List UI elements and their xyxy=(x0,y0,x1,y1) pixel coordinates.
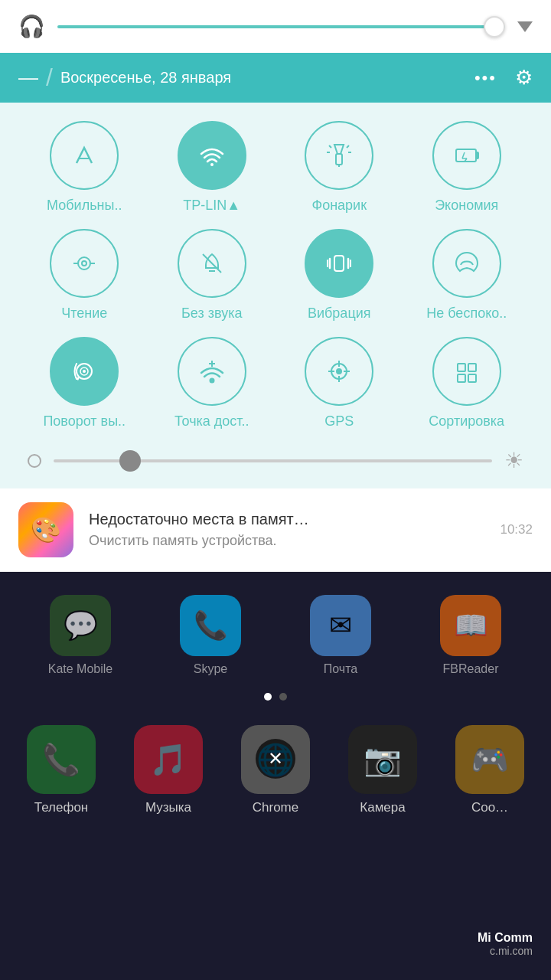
cast-label: Сортировка xyxy=(429,413,504,430)
skype-label: Skype xyxy=(194,662,227,676)
date-header: — / Воскресенье, 28 января ••• ⚙ xyxy=(0,53,551,103)
flashlight-label: Фонарик xyxy=(311,198,367,214)
dnd-icon xyxy=(432,229,501,298)
slash-icon: / xyxy=(46,64,53,92)
mail-label: Почта xyxy=(324,662,357,676)
quick-item-wifi[interactable]: TP-LIN▲ xyxy=(152,121,272,214)
rotate-label: Поворот вы.. xyxy=(43,413,126,430)
phone-icon: 📞 xyxy=(27,725,96,794)
svg-point-37 xyxy=(337,369,341,374)
dash-icon: — xyxy=(18,66,38,90)
notification-title: Недостаточно места в памят… xyxy=(89,511,484,528)
volume-dropdown-icon[interactable] xyxy=(517,21,533,32)
watermark-url: c.mi.com xyxy=(478,945,533,957)
dock-item-music[interactable]: 🎵 Музыка xyxy=(115,725,222,815)
notification-app-icon: 🎨 xyxy=(18,502,73,557)
svg-point-27 xyxy=(83,370,86,373)
brightness-max-icon: ☀ xyxy=(504,448,523,473)
svg-line-5 xyxy=(329,145,331,148)
svg-point-29 xyxy=(210,379,214,383)
dnd-label: Не беспоко.. xyxy=(426,305,507,322)
volume-slider-thumb[interactable] xyxy=(484,16,505,38)
reading-label: Чтение xyxy=(61,305,107,322)
camera-label: Камера xyxy=(360,800,405,815)
quick-item-rotate[interactable]: Поворот вы.. xyxy=(24,337,145,430)
page-dot-1[interactable] xyxy=(264,693,272,701)
brightness-slider[interactable]: ☀ xyxy=(24,448,527,473)
svg-rect-20 xyxy=(334,256,344,271)
quick-item-gps[interactable]: GPS xyxy=(279,337,399,430)
phone-label: Телефон xyxy=(34,800,89,815)
volume-slider-track[interactable] xyxy=(57,25,505,28)
silent-icon xyxy=(178,229,246,298)
dock-item-chrome[interactable]: 🌐 ✕ Chrome xyxy=(222,725,329,815)
notification-area: 🎨 Недостаточно места в памят… Очистить п… xyxy=(0,488,551,572)
dock-row: 📞 Телефон 🎵 Музыка 🌐 ✕ Chrome 📷 Камера 🎮… xyxy=(0,725,551,815)
quick-settings-grid: Мобильны.. TP-LIN▲ xyxy=(24,121,527,430)
dock: 📞 Телефон 🎵 Музыка 🌐 ✕ Chrome 📷 Камера 🎮… xyxy=(0,717,551,828)
quick-item-mobile[interactable]: Мобильны.. xyxy=(24,121,145,214)
quick-item-dnd[interactable]: Не беспоко.. xyxy=(407,229,527,322)
page-dots xyxy=(0,684,551,710)
hotspot-label: Точка дост.. xyxy=(174,413,249,430)
quick-item-silent[interactable]: Без звука xyxy=(152,229,272,322)
app-tray: 💬 Kate Mobile 📞 Skype ✉ Почта 📖 FBReader xyxy=(0,572,551,717)
wifi-label: TP-LIN▲ xyxy=(183,198,240,214)
svg-line-6 xyxy=(347,145,349,148)
app-item-mail[interactable]: ✉ Почта xyxy=(276,587,406,684)
dock-item-camera[interactable]: 📷 Камера xyxy=(329,725,436,815)
hotspot-icon xyxy=(178,337,246,406)
kate-icon: 💬 xyxy=(50,595,111,656)
quick-item-hotspot[interactable]: Точка дост.. xyxy=(152,337,272,430)
close-badge[interactable]: ✕ xyxy=(256,739,295,779)
cast-icon xyxy=(432,337,501,406)
rotate-icon xyxy=(50,337,119,406)
brightness-thumb[interactable] xyxy=(119,450,141,472)
brightness-min-icon xyxy=(28,454,41,468)
gps-icon xyxy=(305,337,373,406)
app-item-kate[interactable]: 💬 Kate Mobile xyxy=(15,587,145,684)
coo-icon: 🎮 xyxy=(455,725,524,794)
mobile-data-icon xyxy=(50,121,119,190)
dock-item-phone[interactable]: 📞 Телефон xyxy=(8,725,115,815)
quick-item-cast[interactable]: Сортировка xyxy=(407,337,527,430)
brightness-track[interactable] xyxy=(54,459,492,462)
date-left: — / Воскресенье, 28 января xyxy=(18,64,231,92)
mail-icon: ✉ xyxy=(310,595,371,656)
svg-marker-2 xyxy=(334,145,344,154)
svg-point-1 xyxy=(210,163,214,166)
quick-item-flashlight[interactable]: Фонарик xyxy=(279,121,399,214)
camera-icon: 📷 xyxy=(348,725,417,794)
fbreader-label: FBReader xyxy=(443,662,499,676)
more-options-icon[interactable]: ••• xyxy=(474,68,497,88)
dock-item-coo[interactable]: 🎮 Coo… xyxy=(436,725,543,815)
mobile-data-label: Мобильны.. xyxy=(47,198,122,214)
quick-item-battery[interactable]: Экономия xyxy=(407,121,527,214)
quick-item-reading[interactable]: Чтение xyxy=(24,229,145,322)
watermark: Mi Comm c.mi.com xyxy=(478,931,533,957)
svg-rect-10 xyxy=(476,152,478,158)
app-tray-row: 💬 Kate Mobile 📞 Skype ✉ Почта 📖 FBReader xyxy=(0,587,551,684)
music-icon: 🎵 xyxy=(134,725,203,794)
battery-label: Экономия xyxy=(435,198,498,214)
page-dot-2[interactable] xyxy=(279,693,287,701)
notification-subtitle: Очистить память устройства. xyxy=(89,533,484,549)
svg-line-11 xyxy=(462,152,465,158)
date-actions: ••• ⚙ xyxy=(474,66,533,90)
quick-item-vibration[interactable]: Вибрация xyxy=(279,229,399,322)
flashlight-icon xyxy=(305,121,373,190)
notification-item[interactable]: 🎨 Недостаточно места в памят… Очистить п… xyxy=(0,488,551,572)
kate-label: Kate Mobile xyxy=(48,662,113,676)
vibration-label: Вибрация xyxy=(308,305,371,322)
date-text: Воскресенье, 28 января xyxy=(60,69,231,87)
watermark-title: Mi Comm xyxy=(478,931,533,945)
coo-label: Coo… xyxy=(471,800,508,815)
silent-label: Без звука xyxy=(181,305,242,322)
app-item-skype[interactable]: 📞 Skype xyxy=(145,587,276,684)
settings-icon[interactable]: ⚙ xyxy=(515,66,533,90)
reading-icon xyxy=(50,229,119,298)
music-label: Музыка xyxy=(145,800,191,815)
chrome-icon: 🌐 ✕ xyxy=(241,725,310,794)
app-item-fbreader[interactable]: 📖 FBReader xyxy=(406,587,536,684)
quick-settings-panel: Мобильны.. TP-LIN▲ xyxy=(0,103,551,488)
